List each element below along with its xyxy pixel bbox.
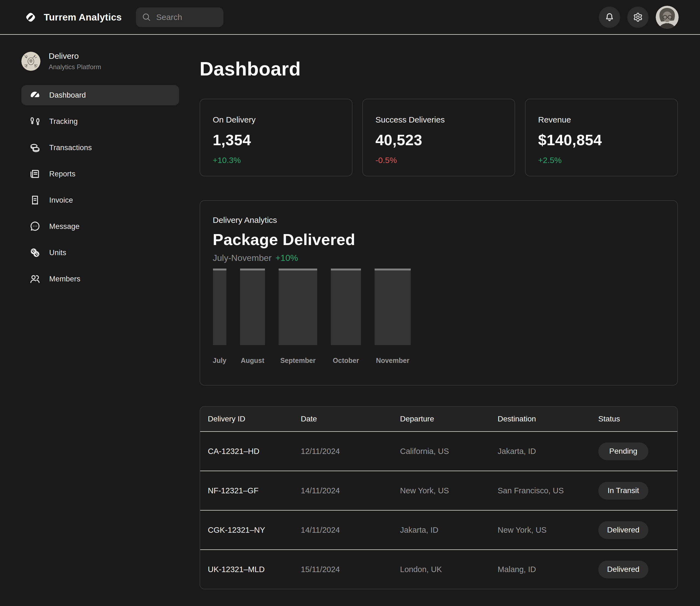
app-title: Turrem Analytics [44, 12, 122, 23]
user-avatar[interactable] [656, 6, 679, 29]
table-header-row: Delivery IDDateDepartureDestinationStatu… [200, 406, 677, 431]
settings-button[interactable] [627, 6, 649, 28]
avatar-photo-icon [656, 6, 679, 29]
bar [331, 269, 361, 345]
brand: Turrem Analytics [24, 11, 122, 24]
sidebar-item-invoice[interactable]: Invoice [21, 190, 179, 210]
bar-cap [240, 269, 265, 271]
column-header-status: Status [598, 415, 677, 423]
bar-month-label: July [213, 356, 227, 365]
search-input[interactable] [156, 13, 218, 22]
workspace-name: Delivero [49, 51, 101, 61]
cell-date: 12/11/2024 [301, 447, 400, 456]
status-badge: In Transit [598, 482, 648, 499]
column-header-date: Date [301, 415, 400, 423]
page-title: Dashboard [200, 58, 678, 80]
bar-month-label: November [376, 356, 409, 365]
bar [375, 269, 411, 345]
bar-cap [375, 269, 411, 271]
stat-label: Success Deliveries [375, 115, 502, 124]
stat-value: 40,523 [375, 131, 502, 149]
analytics-title: Package Delivered [213, 230, 665, 249]
top-actions [599, 6, 679, 29]
bar-column-november: November [375, 269, 411, 365]
deliveries-table: Delivery IDDateDepartureDestinationStatu… [200, 406, 678, 589]
bar-column-september: September [279, 269, 317, 365]
bar-cap [213, 269, 227, 271]
cell-status: Pending [598, 442, 677, 460]
sidebar-item-label: Invoice [49, 196, 73, 205]
stat-delta: -0.5% [375, 156, 502, 165]
status-badge: Delivered [598, 561, 648, 578]
stat-card-revenue: Revenue$140,854+2.5% [525, 99, 678, 177]
sidebar-item-transactions[interactable]: Transactions [21, 138, 179, 158]
units-icon [29, 247, 41, 259]
cell-destination: New York, US [498, 526, 598, 535]
sidebar-item-label: Message [49, 222, 79, 231]
sidebar-item-reports[interactable]: Reports [21, 164, 179, 184]
bar-column-october: October [331, 269, 361, 365]
cell-status: In Transit [598, 482, 677, 499]
sidebar-item-dashboard[interactable]: Dashboard [21, 85, 179, 105]
cell-departure: California, US [400, 447, 498, 456]
notifications-button[interactable] [599, 6, 620, 28]
stat-card-success-deliveries: Success Deliveries40,523-0.5% [362, 99, 515, 177]
analytics-range-row: July-November +10% [213, 253, 665, 263]
table-row: CGK-12321–NY14/11/2024Jakarta, IDNew Yor… [200, 510, 677, 550]
cell-date: 14/11/2024 [301, 526, 400, 535]
cell-departure: Jakarta, ID [400, 526, 498, 535]
sidebar-item-label: Tracking [49, 117, 78, 126]
column-header-destination: Destination [498, 415, 598, 423]
main-content: Dashboard On Delivery1,354+10.3%Success … [200, 35, 700, 605]
column-header-departure: Departure [400, 415, 498, 423]
bar-column-august: August [240, 269, 265, 365]
stats-row: On Delivery1,354+10.3%Success Deliveries… [200, 99, 678, 177]
analytics-eyebrow: Delivery Analytics [213, 215, 665, 225]
cell-date: 15/11/2024 [301, 565, 400, 574]
cell-status: Delivered [598, 561, 677, 578]
cell-delivery-id: UK-12321–MLD [208, 565, 301, 574]
cell-departure: London, UK [400, 565, 498, 574]
workspace-logo-icon [21, 52, 41, 71]
bar-chart: JulyAugustSeptemberOctoberNovember [213, 269, 665, 365]
bar-cap [279, 269, 317, 271]
analytics-delta: +10% [275, 253, 298, 263]
cell-delivery-id: CGK-12321–NY [208, 526, 301, 535]
cell-destination: Jakarta, ID [498, 447, 598, 456]
newspaper-icon [29, 168, 41, 180]
cell-delivery-id: NF-12321–GF [208, 486, 301, 495]
stat-delta: +10.3% [213, 156, 339, 165]
status-badge: Delivered [598, 521, 648, 539]
coins-icon [29, 142, 41, 154]
bar-month-label: August [241, 356, 264, 365]
gauge-icon [29, 89, 41, 101]
gear-icon [632, 12, 644, 23]
members-icon [29, 273, 41, 285]
table-row: UK-12321–MLD15/11/2024London, UKMalang, … [200, 550, 677, 589]
sidebar-nav: DashboardTrackingTransactionsReportsInvo… [21, 85, 179, 295]
sidebar-item-tracking[interactable]: Tracking [21, 111, 179, 132]
top-bar: Turrem Analytics [0, 0, 700, 35]
workspace-profile: Delivero Analytics Platform [21, 51, 179, 71]
analytics-range: July-November [213, 253, 272, 263]
bell-icon [604, 12, 615, 23]
sidebar-item-label: Units [49, 249, 66, 257]
app-logo-icon [24, 11, 37, 24]
stat-label: On Delivery [213, 115, 339, 124]
bar [279, 269, 317, 345]
sidebar-item-members[interactable]: Members [21, 269, 179, 289]
analytics-card: Delivery Analytics Package Delivered Jul… [200, 200, 678, 386]
cell-date: 14/11/2024 [301, 486, 400, 495]
bar [240, 269, 265, 345]
search-box[interactable] [136, 7, 224, 27]
table-row: NF-12321–GF14/11/2024New York, USSan Fra… [200, 471, 677, 510]
bar-column-july: July [213, 269, 227, 365]
receipt-icon [29, 194, 41, 206]
stat-value: $140,854 [538, 131, 665, 149]
sidebar-item-message[interactable]: Message [21, 216, 179, 236]
sidebar-item-label: Dashboard [49, 91, 86, 99]
bar-month-label: September [280, 356, 316, 365]
sidebar-item-units[interactable]: Units [21, 242, 179, 263]
sidebar-item-label: Transactions [49, 144, 92, 152]
sidebar: Delivero Analytics Platform DashboardTra… [0, 35, 200, 605]
